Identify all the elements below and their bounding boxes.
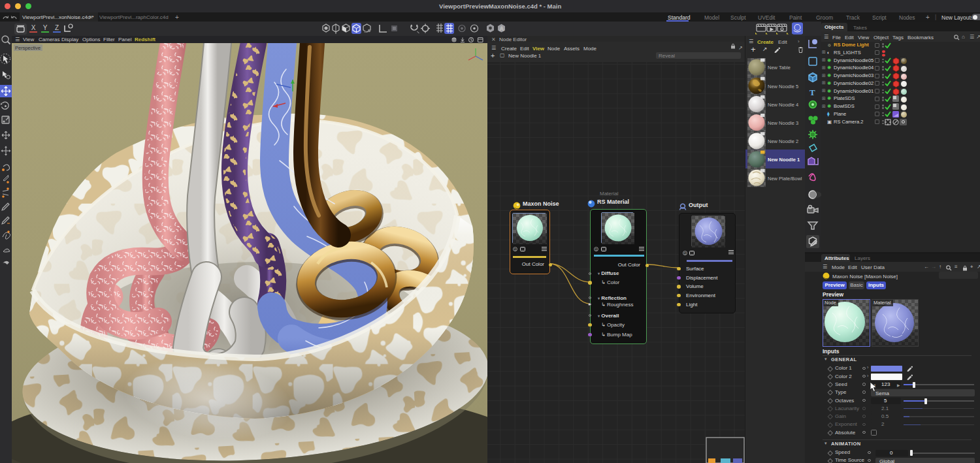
svg-text:Z: Z (55, 24, 59, 31)
svg-text:Perspective: Perspective (15, 45, 41, 51)
svg-text:A: A (500, 25, 504, 32)
svg-text:T: T (809, 88, 815, 97)
svg-text:Y: Y (43, 24, 48, 31)
svg-text:X: X (31, 24, 36, 31)
